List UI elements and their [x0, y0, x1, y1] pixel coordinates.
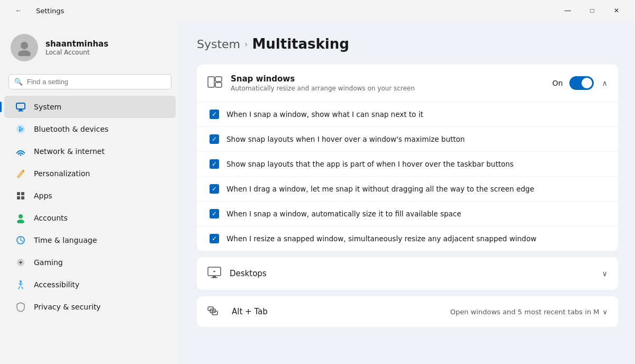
sidebar-item-accessibility[interactable]: Accessibility — [4, 274, 176, 296]
svg-point-5 — [16, 125, 25, 133]
svg-rect-3 — [19, 110, 22, 111]
breadcrumb-parent[interactable]: System — [197, 38, 240, 51]
sidebar-item-gaming[interactable]: Gaming — [4, 251, 176, 274]
snap-toggle[interactable] — [569, 76, 594, 90]
alt-tab-row[interactable]: Alt + Tab Open windows and 5 most recent… — [197, 296, 618, 327]
snap-checkbox-3[interactable] — [210, 159, 219, 169]
snap-expand-icon[interactable]: ∧ — [602, 79, 607, 87]
titlebar-left: ← Settings — [6, 2, 64, 19]
sidebar-item-label: Bluetooth & devices — [34, 125, 108, 133]
accounts-icon — [15, 212, 26, 224]
sidebar-item-personalization[interactable]: Personalization — [4, 162, 176, 185]
desktops-label: Desktops — [230, 269, 594, 278]
snap-option-2[interactable]: Show snap layouts when I hover over a wi… — [197, 127, 618, 152]
sidebar-item-label: Time & language — [34, 236, 97, 244]
snap-windows-controls: On ∧ — [552, 76, 607, 90]
app-title: Settings — [36, 7, 64, 15]
svg-point-6 — [20, 154, 22, 156]
sidebar-item-time[interactable]: Time & language — [4, 229, 176, 251]
alt-tab-icon — [207, 305, 223, 319]
svg-rect-10 — [17, 196, 20, 199]
minimize-button[interactable]: — — [556, 2, 580, 19]
snap-option-label-3: Show snap layouts that the app is part o… — [226, 160, 514, 168]
alt-tab-label: Alt + Tab — [232, 307, 442, 316]
snap-windows-header[interactable]: Snap windows Automatically resize and ar… — [197, 65, 618, 102]
personalization-icon — [15, 168, 26, 179]
snap-option-label-2: Show snap layouts when I hover over a wi… — [226, 135, 465, 143]
account-type: Local Account — [46, 49, 108, 56]
svg-rect-20 — [215, 77, 222, 81]
svg-point-12 — [19, 214, 23, 219]
snap-checkbox-1[interactable] — [210, 110, 219, 119]
user-info: shaantminhas Local Account — [46, 39, 108, 56]
accessibility-icon — [15, 279, 26, 290]
sidebar-item-label: Accessibility — [34, 280, 79, 289]
apps-icon — [15, 190, 26, 202]
snap-windows-text: Snap windows Automatically resize and ar… — [231, 74, 544, 92]
time-icon — [15, 234, 26, 246]
desktops-row[interactable]: Desktops ∨ — [197, 257, 618, 290]
breadcrumb-current: Multitasking — [252, 36, 349, 52]
sidebar-item-label: Accounts — [34, 214, 68, 222]
snap-checkbox-5[interactable] — [210, 209, 219, 219]
svg-rect-11 — [21, 196, 24, 199]
desktops-icon — [207, 267, 221, 280]
sidebar-item-bluetooth[interactable]: Bluetooth & devices — [4, 118, 176, 140]
sidebar: shaantminhas Local Account 🔍 System — [0, 21, 180, 364]
user-profile: shaantminhas Local Account — [0, 25, 180, 72]
close-button[interactable]: ✕ — [604, 2, 629, 19]
snap-option-label-4: When I drag a window, let me snap it wit… — [226, 185, 534, 193]
sidebar-item-privacy[interactable]: Privacy & security — [4, 296, 176, 318]
svg-rect-9 — [21, 192, 24, 195]
back-button[interactable]: ← — [6, 2, 31, 19]
desktops-chevron-icon[interactable]: ∨ — [602, 269, 607, 278]
svg-point-13 — [17, 220, 24, 223]
snap-option-3[interactable]: Show snap layouts that the app is part o… — [197, 152, 618, 177]
sidebar-item-system[interactable]: System — [4, 96, 176, 118]
sidebar-item-label: Apps — [34, 192, 52, 200]
snap-option-5[interactable]: When I snap a window, automatically size… — [197, 202, 618, 226]
snap-windows-desc: Automatically resize and arrange windows… — [231, 85, 544, 92]
breadcrumb-chevron: › — [244, 39, 248, 49]
svg-rect-8 — [17, 192, 20, 195]
bluetooth-icon — [15, 123, 26, 135]
titlebar: ← Settings — □ ✕ — [0, 0, 635, 21]
svg-point-0 — [21, 42, 28, 49]
avatar — [11, 34, 38, 61]
svg-point-1 — [18, 50, 31, 56]
snap-option-4[interactable]: When I drag a window, let me snap it wit… — [197, 177, 618, 202]
sidebar-item-accounts[interactable]: Accounts — [4, 207, 176, 229]
snap-option-label-5: When I snap a window, automatically size… — [226, 210, 461, 218]
svg-point-7 — [22, 170, 24, 172]
snap-on-label: On — [552, 79, 563, 87]
snap-checkbox-6[interactable] — [210, 234, 219, 243]
alt-tab-value-text: Open windows and 5 most recent tabs in M — [450, 308, 600, 316]
sidebar-item-label: Gaming — [34, 258, 63, 267]
alt-tab-value[interactable]: Open windows and 5 most recent tabs in M… — [450, 308, 607, 316]
snap-windows-card: Snap windows Automatically resize and ar… — [197, 65, 618, 251]
app-container: shaantminhas Local Account 🔍 System — [0, 21, 635, 364]
sidebar-item-apps[interactable]: Apps — [4, 185, 176, 207]
svg-rect-17 — [20, 261, 21, 264]
sidebar-item-label: Network & internet — [34, 147, 105, 156]
svg-rect-23 — [213, 276, 216, 277]
search-box: 🔍 — [8, 74, 171, 89]
username: shaantminhas — [46, 39, 108, 49]
sidebar-item-label: Privacy & security — [34, 303, 101, 311]
sidebar-item-network[interactable]: Network & internet — [4, 140, 176, 162]
maximize-button[interactable]: □ — [580, 2, 604, 19]
main-content: System › Multitasking Snap windows Autom… — [180, 21, 635, 364]
snap-checkbox-4[interactable] — [210, 184, 219, 194]
search-input[interactable] — [27, 78, 166, 86]
svg-rect-21 — [215, 83, 222, 87]
window-controls: — □ ✕ — [556, 2, 629, 19]
svg-rect-24 — [211, 277, 217, 278]
snap-option-label-6: When I resize a snapped window, simultan… — [226, 234, 537, 243]
snap-checkbox-2[interactable] — [210, 134, 219, 144]
privacy-icon — [15, 301, 26, 313]
snap-option-label-1: When I snap a window, show what I can sn… — [226, 110, 423, 119]
snap-option-1[interactable]: When I snap a window, show what I can sn… — [197, 102, 618, 127]
network-icon — [15, 145, 26, 157]
breadcrumb: System › Multitasking — [197, 36, 618, 52]
snap-option-6[interactable]: When I resize a snapped window, simultan… — [197, 226, 618, 251]
